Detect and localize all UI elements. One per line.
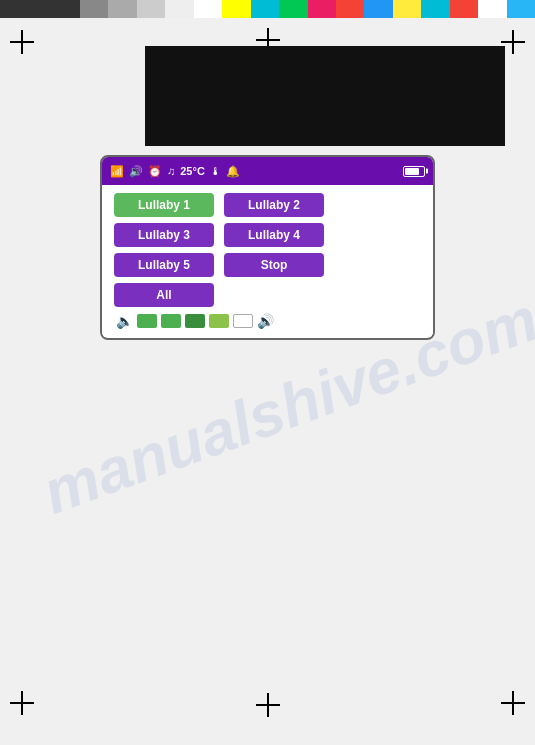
- signal-icon: 📶: [110, 165, 124, 178]
- crosshair-bottom: [256, 693, 280, 717]
- stop-button[interactable]: Stop: [224, 253, 324, 277]
- vol-seg-4[interactable]: [209, 314, 229, 328]
- video-display: [145, 46, 505, 146]
- vol-seg-5[interactable]: [233, 314, 253, 328]
- right-button-column: Lullaby 2 Lullaby 4 Stop: [224, 193, 324, 307]
- button-grid: Lullaby 1 Lullaby 3 Lullaby 5 All Lullab…: [114, 193, 421, 307]
- vol-seg-2[interactable]: [161, 314, 181, 328]
- reg-mark-top-left: [10, 30, 34, 54]
- volume-status-icon: 🔊: [129, 165, 143, 178]
- temperature-display: 25°C: [180, 165, 205, 177]
- reg-mark-bottom-right: [501, 691, 525, 715]
- status-bar: 📶 🔊 ⏰ ♫ 25°C 🌡 🔔: [102, 157, 433, 185]
- vol-seg-1[interactable]: [137, 314, 157, 328]
- vol-seg-3[interactable]: [185, 314, 205, 328]
- reg-mark-bottom-left: [10, 691, 34, 715]
- thermometer-icon: 🌡: [210, 165, 221, 177]
- music-icon: ♫: [167, 165, 175, 177]
- device-content: Lullaby 1 Lullaby 3 Lullaby 5 All Lullab…: [102, 185, 433, 337]
- lullaby4-button[interactable]: Lullaby 4: [224, 223, 324, 247]
- top-color-bar: [0, 0, 535, 18]
- lullaby5-button[interactable]: Lullaby 5: [114, 253, 214, 277]
- all-button[interactable]: All: [114, 283, 214, 307]
- lullaby2-button[interactable]: Lullaby 2: [224, 193, 324, 217]
- volume-low-icon: 🔈: [116, 313, 133, 329]
- notification-icon: 🔔: [226, 165, 240, 178]
- device-frame: 📶 🔊 ⏰ ♫ 25°C 🌡 🔔 Lullaby 1 Lullaby 3 Lul…: [100, 155, 435, 340]
- alarm-icon: ⏰: [148, 165, 162, 178]
- battery-indicator: [403, 166, 425, 177]
- left-button-column: Lullaby 1 Lullaby 3 Lullaby 5 All: [114, 193, 214, 307]
- lullaby1-button[interactable]: Lullaby 1: [114, 193, 214, 217]
- volume-high-icon: 🔊: [257, 313, 274, 329]
- volume-bar: 🔈 🔊: [114, 313, 421, 329]
- lullaby3-button[interactable]: Lullaby 3: [114, 223, 214, 247]
